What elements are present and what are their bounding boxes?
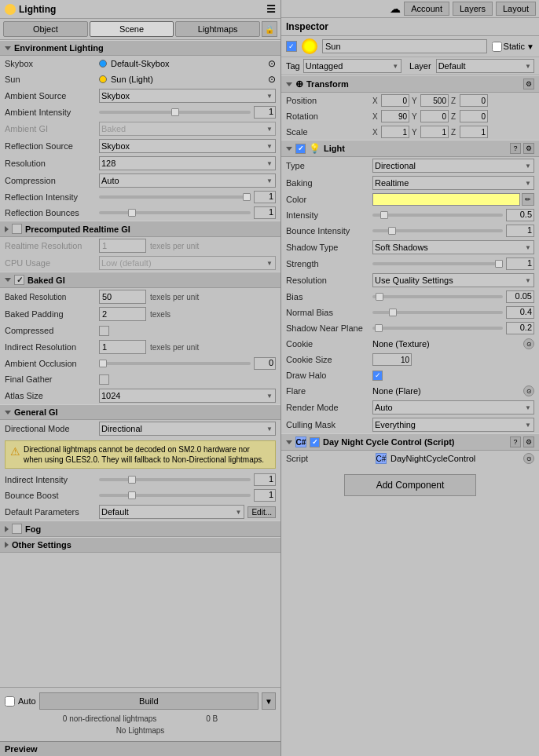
rot-z-field[interactable]: 0	[460, 110, 488, 122]
compression-select[interactable]: Auto	[99, 173, 276, 188]
render-mode-value[interactable]: Auto	[372, 400, 534, 415]
layer-select[interactable]: Default	[436, 59, 534, 73]
baked-gi-checkbox[interactable]	[14, 275, 24, 285]
sun-circle-icon[interactable]: ⊙	[268, 74, 276, 85]
bounce-intensity-slider[interactable]	[372, 229, 503, 232]
account-btn[interactable]: Account	[404, 2, 449, 16]
shadow-res-value[interactable]: Use Quality Settings	[372, 273, 534, 287]
normal-bias-slider[interactable]	[372, 311, 503, 314]
cookie-circle-icon[interactable]: ⊙	[523, 338, 534, 349]
shadow-type-value[interactable]: Soft Shadows	[372, 240, 534, 254]
static-dropdown-icon[interactable]: ▼	[526, 42, 534, 51]
color-pencil-icon[interactable]: ✏	[522, 193, 534, 206]
object-active-checkbox[interactable]: ✓	[286, 41, 297, 52]
reflection-bounces-slider[interactable]	[99, 211, 251, 214]
env-lighting-header[interactable]: Environment Lighting	[0, 40, 280, 56]
pos-y-field[interactable]: 500	[420, 94, 449, 107]
directional-mode-select[interactable]: Directional Non-Directional	[99, 422, 276, 436]
culling-mask-select[interactable]: Everything	[372, 418, 534, 432]
shadow-type-select[interactable]: Soft Shadows	[372, 240, 534, 254]
precomputed-checkbox[interactable]	[12, 224, 22, 234]
tab-scene[interactable]: Scene	[90, 21, 174, 37]
atlas-size-select[interactable]: 1024	[99, 389, 276, 403]
reflection-source-value[interactable]: Skybox	[99, 139, 276, 153]
intensity-slider[interactable]	[372, 214, 503, 217]
build-btn[interactable]: Build	[39, 692, 258, 710]
fog-triangle-icon	[5, 526, 9, 532]
day-night-active-checkbox[interactable]: ✓	[310, 437, 320, 447]
scale-z-field[interactable]: 1	[460, 126, 488, 138]
shadow-near-slider[interactable]	[372, 327, 503, 330]
rot-y-field[interactable]: 0	[420, 110, 449, 122]
tag-select[interactable]: Untagged	[303, 59, 402, 73]
rot-x-field[interactable]: 90	[381, 110, 409, 122]
reflection-source-select[interactable]: Skybox	[99, 139, 276, 153]
transform-gear-icon[interactable]: ⚙	[523, 79, 534, 89]
final-gather-checkbox[interactable]	[99, 374, 109, 385]
ambient-source-select[interactable]: Skybox	[99, 89, 276, 103]
edit-params-btn[interactable]: Edit...	[248, 506, 276, 518]
build-arrow-btn[interactable]: ▼	[262, 692, 276, 710]
atlas-size-value[interactable]: 1024	[99, 389, 276, 403]
render-mode-select[interactable]: Auto	[372, 400, 534, 415]
scale-x-field[interactable]: 1	[381, 126, 409, 138]
pos-x-field[interactable]: 0	[381, 94, 409, 107]
fog-header[interactable]: Fog	[0, 520, 280, 537]
other-settings-header[interactable]: Other Settings	[0, 537, 280, 553]
ambient-source-value[interactable]: Skybox	[99, 89, 276, 103]
static-checkbox[interactable]	[492, 42, 502, 52]
indirect-res-field[interactable]	[99, 340, 146, 354]
tab-lightmaps[interactable]: Lightmaps	[175, 21, 260, 37]
script-circle-icon[interactable]: ⊙	[523, 453, 534, 464]
resolution-select[interactable]: 128	[99, 156, 276, 170]
pos-z-field[interactable]: 0	[460, 94, 488, 107]
auto-checkbox[interactable]	[5, 696, 15, 707]
pos-y-item: Y 500	[412, 94, 449, 107]
flare-circle-icon[interactable]: ⊙	[523, 385, 534, 396]
strength-slider[interactable]	[372, 262, 503, 265]
ambient-intensity-slider[interactable]	[99, 111, 251, 114]
baked-res-field[interactable]	[99, 290, 146, 304]
light-active-checkbox[interactable]: ✓	[295, 144, 306, 154]
lighting-lock-btn[interactable]: 🔒	[262, 21, 277, 37]
layout-btn[interactable]: Layout	[496, 2, 536, 16]
compression-value[interactable]: Auto	[99, 173, 276, 188]
object-name-field[interactable]	[322, 39, 487, 53]
light-type-select[interactable]: Directional	[372, 159, 534, 173]
culling-mask-value[interactable]: Everything	[372, 418, 534, 432]
day-night-gear-icon[interactable]: ⚙	[523, 436, 534, 447]
general-gi-header[interactable]: General GI	[0, 404, 280, 420]
baked-padding-field[interactable]	[99, 307, 146, 321]
precomputed-gi-header[interactable]: Precomputed Realtime GI	[0, 221, 280, 237]
tab-object[interactable]: Object	[3, 21, 88, 37]
day-night-help-icon[interactable]: ?	[510, 436, 521, 447]
compressed-checkbox[interactable]	[99, 326, 109, 336]
fog-checkbox[interactable]	[12, 524, 22, 534]
color-field[interactable]	[372, 193, 520, 206]
baking-select[interactable]: Realtime	[372, 176, 534, 190]
light-type-value[interactable]: Directional	[372, 159, 534, 173]
layer-dropdown-wrap[interactable]: Default	[436, 59, 534, 73]
add-component-btn[interactable]: Add Component	[344, 474, 477, 496]
lighting-menu-icon[interactable]: ☰	[266, 3, 276, 15]
light-help-icon[interactable]: ?	[510, 143, 521, 154]
resolution-value[interactable]: 128	[99, 156, 276, 170]
skybox-circle-icon[interactable]: ⊙	[268, 58, 276, 69]
default-params-select[interactable]: Default	[99, 505, 244, 519]
tag-dropdown-wrap[interactable]: Untagged	[303, 59, 402, 73]
shadow-res-select[interactable]: Use Quality Settings	[372, 273, 534, 287]
cookie-size-field[interactable]	[372, 353, 412, 366]
bounce-boost-slider[interactable]	[99, 494, 251, 497]
bias-slider[interactable]	[372, 295, 503, 298]
draw-halo-checkbox[interactable]: ✓	[372, 371, 383, 381]
baking-value[interactable]: Realtime	[372, 176, 534, 190]
scale-y-field[interactable]: 1	[420, 126, 449, 138]
bounce-boost-value: 1	[99, 489, 276, 502]
ambient-occlusion-slider[interactable]	[99, 362, 251, 365]
directional-mode-value[interactable]: Directional Non-Directional	[99, 422, 276, 436]
baked-gi-header[interactable]: Baked GI	[0, 272, 280, 288]
light-gear-icon[interactable]: ⚙	[523, 143, 534, 154]
indirect-intensity-slider[interactable]	[99, 478, 251, 481]
layers-btn[interactable]: Layers	[453, 2, 493, 16]
reflection-intensity-slider[interactable]	[99, 195, 251, 199]
